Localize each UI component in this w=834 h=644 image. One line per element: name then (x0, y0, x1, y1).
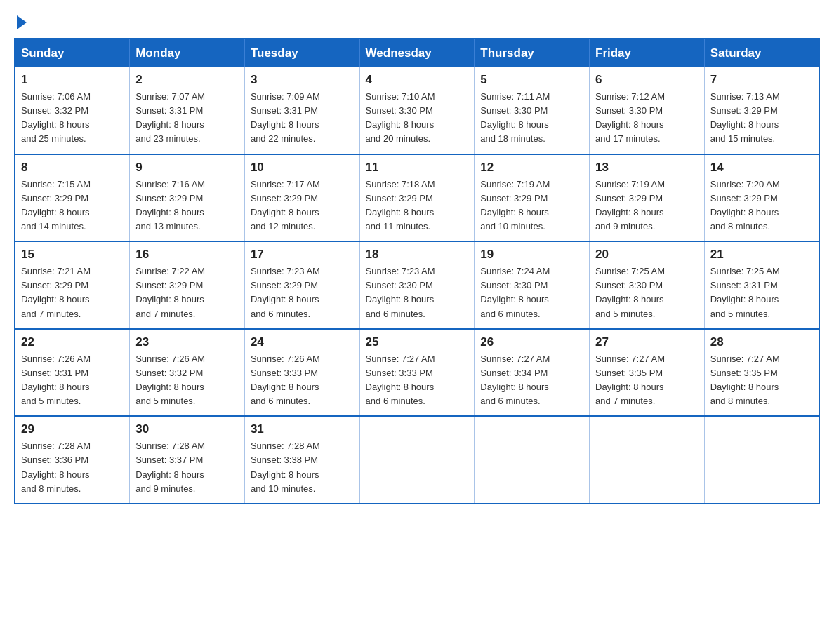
calendar-cell (704, 416, 819, 504)
day-number: 31 (251, 422, 354, 436)
calendar-cell: 20 Sunrise: 7:25 AM Sunset: 3:30 PM Dayl… (590, 241, 705, 329)
day-info: Sunrise: 7:28 AM Sunset: 3:36 PM Dayligh… (21, 439, 124, 496)
calendar-cell: 13 Sunrise: 7:19 AM Sunset: 3:29 PM Dayl… (590, 154, 705, 242)
day-info: Sunrise: 7:27 AM Sunset: 3:33 PM Dayligh… (366, 352, 469, 409)
calendar-cell: 22 Sunrise: 7:26 AM Sunset: 3:31 PM Dayl… (15, 329, 130, 417)
day-info: Sunrise: 7:25 AM Sunset: 3:31 PM Dayligh… (710, 264, 813, 321)
calendar-cell: 6 Sunrise: 7:12 AM Sunset: 3:30 PM Dayli… (590, 67, 705, 154)
day-number: 7 (710, 73, 813, 87)
day-info: Sunrise: 7:10 AM Sunset: 3:30 PM Dayligh… (366, 90, 469, 147)
day-info: Sunrise: 7:27 AM Sunset: 3:34 PM Dayligh… (480, 352, 583, 409)
calendar-cell: 12 Sunrise: 7:19 AM Sunset: 3:29 PM Dayl… (475, 154, 590, 242)
day-info: Sunrise: 7:27 AM Sunset: 3:35 PM Dayligh… (595, 352, 699, 409)
logo-triangle-icon (17, 15, 27, 29)
day-number: 17 (251, 248, 354, 262)
day-info: Sunrise: 7:22 AM Sunset: 3:29 PM Dayligh… (135, 264, 239, 321)
header-tuesday: Tuesday (244, 39, 359, 67)
calendar-cell: 27 Sunrise: 7:27 AM Sunset: 3:35 PM Dayl… (590, 329, 705, 417)
day-number: 15 (21, 248, 124, 262)
day-info: Sunrise: 7:12 AM Sunset: 3:30 PM Dayligh… (595, 90, 699, 147)
day-number: 21 (710, 248, 813, 262)
day-number: 8 (21, 161, 124, 175)
calendar-cell (359, 416, 475, 504)
header-sunday: Sunday (15, 39, 130, 67)
header-thursday: Thursday (475, 39, 590, 67)
day-info: Sunrise: 7:17 AM Sunset: 3:29 PM Dayligh… (251, 177, 354, 234)
calendar-cell: 25 Sunrise: 7:27 AM Sunset: 3:33 PM Dayl… (359, 329, 475, 417)
day-info: Sunrise: 7:19 AM Sunset: 3:29 PM Dayligh… (595, 177, 699, 234)
day-info: Sunrise: 7:24 AM Sunset: 3:30 PM Dayligh… (480, 264, 583, 321)
day-number: 9 (135, 161, 239, 175)
calendar-cell: 3 Sunrise: 7:09 AM Sunset: 3:31 PM Dayli… (244, 67, 359, 154)
day-number: 26 (480, 335, 583, 349)
calendar-week-3: 15 Sunrise: 7:21 AM Sunset: 3:29 PM Dayl… (15, 241, 819, 329)
header-wednesday: Wednesday (359, 39, 475, 67)
calendar-cell (475, 416, 590, 504)
calendar-cell: 11 Sunrise: 7:18 AM Sunset: 3:29 PM Dayl… (359, 154, 475, 242)
day-number: 5 (480, 73, 583, 87)
day-number: 22 (21, 335, 124, 349)
calendar-cell: 5 Sunrise: 7:11 AM Sunset: 3:30 PM Dayli… (475, 67, 590, 154)
logo (14, 14, 27, 27)
calendar-cell: 10 Sunrise: 7:17 AM Sunset: 3:29 PM Dayl… (244, 154, 359, 242)
day-info: Sunrise: 7:28 AM Sunset: 3:37 PM Dayligh… (135, 439, 239, 496)
day-number: 27 (595, 335, 699, 349)
calendar-header-row: SundayMondayTuesdayWednesdayThursdayFrid… (15, 39, 819, 67)
page-header (14, 14, 820, 27)
day-number: 24 (251, 335, 354, 349)
day-info: Sunrise: 7:20 AM Sunset: 3:29 PM Dayligh… (710, 177, 813, 234)
day-info: Sunrise: 7:19 AM Sunset: 3:29 PM Dayligh… (480, 177, 583, 234)
day-info: Sunrise: 7:15 AM Sunset: 3:29 PM Dayligh… (21, 177, 124, 234)
calendar-cell: 14 Sunrise: 7:20 AM Sunset: 3:29 PM Dayl… (704, 154, 819, 242)
day-number: 14 (710, 161, 813, 175)
calendar-cell: 29 Sunrise: 7:28 AM Sunset: 3:36 PM Dayl… (15, 416, 130, 504)
day-number: 10 (251, 161, 354, 175)
day-number: 11 (366, 161, 469, 175)
day-info: Sunrise: 7:26 AM Sunset: 3:32 PM Dayligh… (135, 352, 239, 409)
calendar-cell: 28 Sunrise: 7:27 AM Sunset: 3:35 PM Dayl… (704, 329, 819, 417)
calendar-week-1: 1 Sunrise: 7:06 AM Sunset: 3:32 PM Dayli… (15, 67, 819, 154)
day-number: 18 (366, 248, 469, 262)
header-saturday: Saturday (704, 39, 819, 67)
calendar-week-5: 29 Sunrise: 7:28 AM Sunset: 3:36 PM Dayl… (15, 416, 819, 504)
day-number: 28 (710, 335, 813, 349)
day-info: Sunrise: 7:21 AM Sunset: 3:29 PM Dayligh… (21, 264, 124, 321)
calendar-cell: 16 Sunrise: 7:22 AM Sunset: 3:29 PM Dayl… (130, 241, 245, 329)
calendar-cell: 30 Sunrise: 7:28 AM Sunset: 3:37 PM Dayl… (130, 416, 245, 504)
calendar-week-4: 22 Sunrise: 7:26 AM Sunset: 3:31 PM Dayl… (15, 329, 819, 417)
day-info: Sunrise: 7:18 AM Sunset: 3:29 PM Dayligh… (366, 177, 469, 234)
day-info: Sunrise: 7:26 AM Sunset: 3:33 PM Dayligh… (251, 352, 354, 409)
day-info: Sunrise: 7:16 AM Sunset: 3:29 PM Dayligh… (135, 177, 239, 234)
calendar-cell (590, 416, 705, 504)
day-info: Sunrise: 7:23 AM Sunset: 3:29 PM Dayligh… (251, 264, 354, 321)
day-number: 6 (595, 73, 699, 87)
calendar-cell: 8 Sunrise: 7:15 AM Sunset: 3:29 PM Dayli… (15, 154, 130, 242)
calendar-cell: 4 Sunrise: 7:10 AM Sunset: 3:30 PM Dayli… (359, 67, 475, 154)
calendar-cell: 26 Sunrise: 7:27 AM Sunset: 3:34 PM Dayl… (475, 329, 590, 417)
calendar-cell: 24 Sunrise: 7:26 AM Sunset: 3:33 PM Dayl… (244, 329, 359, 417)
day-info: Sunrise: 7:27 AM Sunset: 3:35 PM Dayligh… (710, 352, 813, 409)
day-number: 1 (21, 73, 124, 87)
day-info: Sunrise: 7:23 AM Sunset: 3:30 PM Dayligh… (366, 264, 469, 321)
calendar-cell: 31 Sunrise: 7:28 AM Sunset: 3:38 PM Dayl… (244, 416, 359, 504)
day-number: 2 (135, 73, 239, 87)
day-number: 16 (135, 248, 239, 262)
calendar-week-2: 8 Sunrise: 7:15 AM Sunset: 3:29 PM Dayli… (15, 154, 819, 242)
calendar-cell: 1 Sunrise: 7:06 AM Sunset: 3:32 PM Dayli… (15, 67, 130, 154)
day-number: 30 (135, 422, 239, 436)
day-info: Sunrise: 7:11 AM Sunset: 3:30 PM Dayligh… (480, 90, 583, 147)
header-monday: Monday (130, 39, 245, 67)
day-number: 19 (480, 248, 583, 262)
calendar-cell: 23 Sunrise: 7:26 AM Sunset: 3:32 PM Dayl… (130, 329, 245, 417)
day-info: Sunrise: 7:26 AM Sunset: 3:31 PM Dayligh… (21, 352, 124, 409)
day-info: Sunrise: 7:28 AM Sunset: 3:38 PM Dayligh… (251, 439, 354, 496)
calendar-cell: 15 Sunrise: 7:21 AM Sunset: 3:29 PM Dayl… (15, 241, 130, 329)
day-number: 20 (595, 248, 699, 262)
day-info: Sunrise: 7:13 AM Sunset: 3:29 PM Dayligh… (710, 90, 813, 147)
day-number: 12 (480, 161, 583, 175)
day-number: 13 (595, 161, 699, 175)
calendar-cell: 9 Sunrise: 7:16 AM Sunset: 3:29 PM Dayli… (130, 154, 245, 242)
calendar-cell: 7 Sunrise: 7:13 AM Sunset: 3:29 PM Dayli… (704, 67, 819, 154)
calendar-cell: 21 Sunrise: 7:25 AM Sunset: 3:31 PM Dayl… (704, 241, 819, 329)
calendar-cell: 2 Sunrise: 7:07 AM Sunset: 3:31 PM Dayli… (130, 67, 245, 154)
